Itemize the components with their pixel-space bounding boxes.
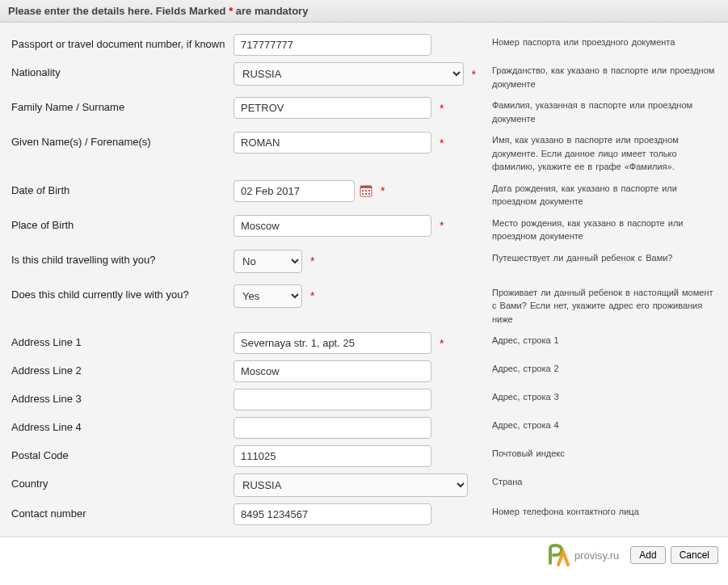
svg-rect-2 [362,190,364,191]
footer: provisy.ru Add Cancel [0,537,728,573]
addr4-input[interactable] [234,417,431,439]
hint-pob: Место рождения, как указано в паспорте и… [476,215,717,243]
row-passport: Passport or travel document number, if k… [11,31,717,59]
label-addr4: Address Line 4 [11,417,234,435]
row-addr1: Address Line 1 * Адрес, строка 1 [11,329,717,357]
row-addr2: Address Line 2 Адрес, строка 2 [11,357,717,385]
surname-input[interactable] [234,97,431,119]
label-nationality: Nationality [11,62,234,80]
logo: provisy.ru [547,544,619,566]
addr1-input[interactable] [234,332,431,354]
label-living: Does this child currently live with you? [11,284,234,302]
row-postal: Postal Code Почтовый индекс [11,442,717,470]
hint-travelling: Путешествует ли данный ребенок с Вами? [476,250,717,265]
hint-dob: Дата рождения, как указано в паспорте ил… [476,180,717,208]
dob-input[interactable] [234,180,355,202]
required-star: * [310,289,314,302]
label-addr3: Address Line 3 [11,389,234,406]
label-postal: Postal Code [11,445,234,463]
svg-rect-5 [362,193,364,195]
hint-addr1: Адрес, строка 1 [476,332,717,347]
header-text-before: Please enter the details here. Fields Ma… [8,5,229,17]
hint-nationality: Гражданство, как указано в паспорте или … [476,62,717,90]
label-country: Country [11,473,234,491]
label-passport: Passport or travel document number, if k… [11,34,234,52]
postal-input[interactable] [234,445,431,467]
row-addr3: Address Line 3 Адрес, строка 3 [11,385,717,414]
hint-addr4: Адрес, строка 4 [476,417,717,432]
hint-addr2: Адрес, строка 2 [476,360,717,376]
given-input[interactable] [234,132,431,154]
label-surname: Family Name / Surname [11,97,234,115]
required-star: * [310,255,314,267]
calendar-icon[interactable] [360,184,372,197]
label-dob: Date of Birth [11,180,234,198]
label-pob: Place of Birth [11,215,234,233]
row-contact: Contact number Номер телефона контактног… [11,500,717,528]
hint-country: Страна [476,473,717,489]
label-given: Given Name(s) / Forename(s) [11,132,234,149]
row-addr4: Address Line 4 Адрес, строка 4 [11,414,717,442]
required-star: * [440,137,444,149]
contact-input[interactable] [234,503,431,525]
pob-input[interactable] [234,215,431,237]
hint-postal: Почтовый индекс [476,445,717,461]
row-country: Country RUSSIA Страна [11,470,717,500]
addr3-input[interactable] [234,389,431,410]
hint-surname: Фамилия, указанная в паспорте или проезд… [476,97,717,125]
row-travelling: Is this child travelling with you? No * … [11,246,717,276]
form-header: Please enter the details here. Fields Ma… [0,0,728,23]
row-living: Does this child currently live with you?… [11,276,717,330]
form-body: Passport or travel document number, if k… [0,23,728,537]
svg-rect-4 [368,190,370,191]
label-addr1: Address Line 1 [11,332,234,350]
hint-living: Проживает ли данный ребенок в настоящий … [476,284,717,326]
hint-contact: Номер телефона контактного лица [476,503,717,519]
row-pob: Place of Birth * Место рождения, как ука… [11,212,717,246]
row-dob: Date of Birth * Дата рождения, как указа… [11,177,717,212]
row-nationality: Nationality RUSSIA * Гражданство, как ук… [11,59,717,94]
travelling-select[interactable]: No [234,250,302,273]
label-addr2: Address Line 2 [11,360,234,378]
svg-rect-7 [368,193,370,195]
row-surname: Family Name / Surname * Фамилия, указанн… [11,94,717,128]
hint-addr3: Адрес, строка 3 [476,389,717,404]
required-star: * [381,184,385,197]
svg-rect-3 [365,190,367,191]
required-star: * [440,219,444,232]
add-button[interactable]: Add [630,546,665,564]
label-contact: Contact number [11,503,234,521]
required-star: * [440,337,444,350]
svg-rect-1 [360,186,372,188]
required-star: * [440,102,444,115]
logo-text: provisy.ru [574,549,619,562]
header-text-after: are mandatory [233,5,308,17]
living-select[interactable]: Yes [234,284,302,308]
logo-icon [547,544,571,566]
row-given: Given Name(s) / Forename(s) * Имя, как у… [11,128,717,177]
label-travelling: Is this child travelling with you? [11,250,234,267]
hint-passport: Номер паспорта или проездного документа [476,34,717,49]
nationality-select[interactable]: RUSSIA [234,62,464,86]
hint-given: Имя, как указано в паспорте или проездно… [476,132,717,174]
svg-rect-6 [365,193,367,195]
cancel-button[interactable]: Cancel [671,546,718,564]
addr2-input[interactable] [234,360,431,382]
passport-input[interactable] [234,34,431,56]
country-select[interactable]: RUSSIA [234,473,468,497]
